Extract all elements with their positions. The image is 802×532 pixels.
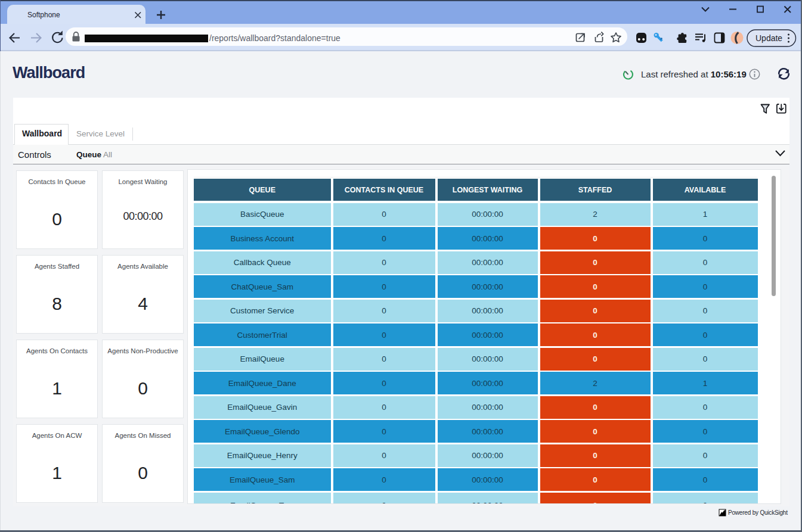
svg-text:Update: Update <box>755 33 782 43</box>
